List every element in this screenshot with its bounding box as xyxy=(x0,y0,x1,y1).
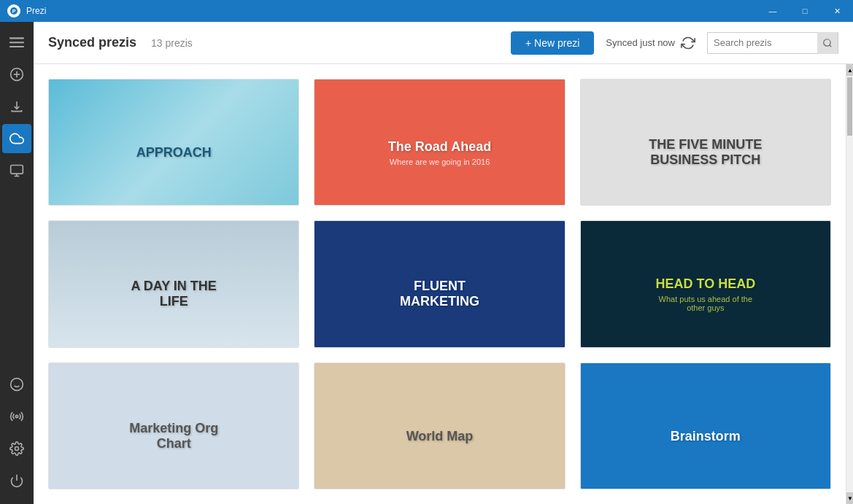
toolbar: Synced prezis 13 prezis + New prezi Sync… xyxy=(34,22,853,64)
maximize-button[interactable]: □ xyxy=(789,0,821,22)
main-content: Synced prezis 13 prezis + New prezi Sync… xyxy=(34,22,853,504)
sidebar-item-menu[interactable] xyxy=(2,28,31,57)
prezi-card[interactable]: The Road Ahead Where are we going in 201… xyxy=(314,79,565,206)
prezi-card[interactable]: Brainstorm Brainstorm APRIL 7 ··· xyxy=(580,363,831,489)
app-container: Synced prezis 13 prezis + New prezi Sync… xyxy=(0,22,853,504)
svg-text:P: P xyxy=(12,9,16,14)
sync-icon xyxy=(681,36,695,50)
title-bar: P Prezi — □ ✕ xyxy=(0,0,853,22)
scroll-up-arrow[interactable]: ▲ xyxy=(846,64,853,76)
content-area: APPROACH Fluent Marketing-V3 21 HOURS AG… xyxy=(34,64,853,504)
close-button[interactable]: ✕ xyxy=(821,0,853,22)
prezi-grid: APPROACH Fluent Marketing-V3 21 HOURS AG… xyxy=(34,64,846,504)
sync-status: Synced just now xyxy=(606,37,675,48)
scrollbar-rail[interactable]: ▲ ▼ xyxy=(846,64,853,504)
svg-line-19 xyxy=(830,44,832,47)
new-prezi-button[interactable]: + New prezi xyxy=(511,31,594,55)
svg-point-18 xyxy=(824,39,830,45)
sidebar-item-download[interactable] xyxy=(2,92,31,121)
prezi-thumbnail: HEAD TO HEAD What puts us ahead of the o… xyxy=(581,221,830,347)
svg-point-16 xyxy=(15,447,19,451)
prezi-thumbnail: Marketing Org Chart xyxy=(49,363,298,489)
sidebar-item-monitor[interactable] xyxy=(2,156,31,185)
prezi-card[interactable]: APPROACH Fluent Marketing-V3 21 HOURS AG… xyxy=(48,79,299,206)
svg-rect-9 xyxy=(11,166,23,174)
prezi-thumbnail: A DAY IN THE LIFE xyxy=(49,221,298,347)
prezi-thumbnail: THE FIVE MINUTE BUSINESS PITCH xyxy=(581,80,830,206)
sidebar-item-settings[interactable] xyxy=(2,434,31,463)
svg-rect-3 xyxy=(9,42,24,43)
prezi-thumbnail: World Map xyxy=(314,363,564,489)
page-title: Synced prezis xyxy=(48,35,136,50)
svg-point-15 xyxy=(15,415,18,417)
search-button[interactable] xyxy=(817,32,838,54)
sidebar-item-add[interactable] xyxy=(2,60,31,89)
prezi-count: 13 prezis xyxy=(151,37,193,49)
sidebar-item-broadcast[interactable] xyxy=(2,402,31,431)
prezi-card[interactable]: HEAD TO HEAD What puts us ahead of the o… xyxy=(580,220,831,347)
app-title: Prezi xyxy=(26,6,46,16)
search-icon xyxy=(822,38,833,48)
sync-area: Synced just now xyxy=(606,36,695,50)
app-logo: P xyxy=(7,4,20,18)
svg-rect-4 xyxy=(9,46,24,47)
prezi-thumbnail: Brainstorm xyxy=(581,363,830,489)
sidebar-item-cloud[interactable] xyxy=(2,124,31,153)
window-controls: — □ ✕ xyxy=(757,0,853,22)
prezi-card[interactable]: FLUENT MARKETING Fluent Marketing-V2 APR… xyxy=(314,220,565,347)
scroll-thumb[interactable] xyxy=(847,77,852,136)
search-box[interactable] xyxy=(707,32,838,54)
prezi-card[interactable]: Marketing Org Chart Marketing Org Chart … xyxy=(48,363,299,489)
svg-point-12 xyxy=(11,379,23,391)
sidebar xyxy=(0,22,34,504)
prezi-card[interactable]: THE FIVE MINUTE BUSINESS PITCH 5 Minute … xyxy=(580,79,831,206)
prezi-card[interactable]: A DAY IN THE LIFE Sales & Marketing Tool… xyxy=(48,220,299,347)
prezi-thumbnail: APPROACH xyxy=(49,80,298,206)
minimize-button[interactable]: — xyxy=(757,0,789,22)
prezi-thumbnail: FLUENT MARKETING xyxy=(314,221,564,347)
svg-rect-2 xyxy=(9,37,24,39)
scroll-down-arrow[interactable]: ▼ xyxy=(846,492,853,504)
sidebar-item-power[interactable] xyxy=(2,466,31,495)
prezi-card[interactable]: World Map World Map APRIL 7 ··· xyxy=(314,363,565,489)
prezi-thumbnail: The Road Ahead Where are we going in 201… xyxy=(314,80,564,206)
search-input[interactable] xyxy=(708,34,817,51)
sidebar-item-emoji[interactable] xyxy=(2,370,31,399)
